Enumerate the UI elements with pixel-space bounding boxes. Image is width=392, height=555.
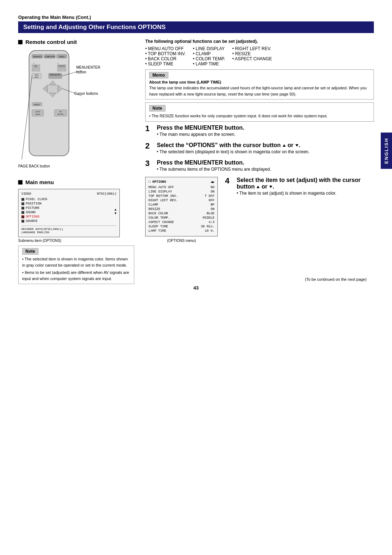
svg-text:COMPUTER: COMPUTER bbox=[45, 56, 55, 58]
step-1-title: Press the MENU/ENTER button. bbox=[157, 125, 374, 131]
step-4: 4 Select the item to set (adjust) with t… bbox=[225, 177, 374, 196]
svg-text:VIDEO: VIDEO bbox=[59, 56, 65, 58]
memo-text: The lamp use time indicates the accumula… bbox=[149, 85, 370, 97]
options-menu-label: (OPTIONS menu) bbox=[167, 239, 196, 243]
svg-text:PAGE: PAGE bbox=[35, 74, 39, 76]
section-title: Setting and Adjusting Other Functions OP… bbox=[18, 21, 374, 33]
svg-text:AV: AV bbox=[60, 111, 61, 113]
step-1: 1 Press the MENU/ENTER button. • The mai… bbox=[145, 125, 374, 137]
svg-rect-15 bbox=[57, 68, 66, 71]
right-note-title: Note bbox=[149, 105, 166, 112]
submenu-label: Submenu item (OPTIONS) bbox=[18, 239, 134, 243]
main-menu-screen: VIDEO NTSC(480i) PIXEL CLOCK POSITION PI… bbox=[18, 189, 120, 237]
svg-text:PRESET: PRESET bbox=[34, 104, 40, 106]
left-note-title: Note bbox=[22, 248, 38, 255]
step-2-title: Select the “OPTIONS” with the cursor but… bbox=[157, 142, 374, 149]
menu-ntsc-label: NTSC(480i) bbox=[97, 192, 117, 196]
left-note-text1: • The selected item is shown in magenta … bbox=[22, 256, 130, 268]
step-1-detail: • The main menu appears on the screen. bbox=[157, 132, 374, 137]
remote-section-title: Remote control unit bbox=[25, 39, 77, 45]
continued-text: (To be continued on the next page) bbox=[305, 277, 367, 281]
optional-functions-title: The following optional functions can be … bbox=[145, 39, 374, 44]
step-4-title: Select the item to set (adjust) with the… bbox=[237, 177, 374, 190]
menu-enter-label: MENU/ENTER button bbox=[76, 65, 98, 74]
main-menu-title: Main menu bbox=[25, 179, 54, 185]
english-tab: ENGLISH bbox=[381, 133, 392, 169]
step-2: 2 Select the “OPTIONS” with the cursor b… bbox=[145, 142, 374, 154]
svg-text:OPERATE: OPERATE bbox=[33, 56, 42, 58]
memo-box: Memo About the lamp use time (LAMP TIME)… bbox=[145, 69, 374, 100]
page-number: 43 bbox=[193, 285, 199, 291]
step-4-detail: • The item to set (adjust) is shown in m… bbox=[237, 191, 374, 196]
page-back-label: PAGE BACK button bbox=[18, 164, 50, 168]
left-note-box: Note • The selected item is shown in mag… bbox=[18, 246, 134, 284]
step-1-number: 1 bbox=[145, 125, 154, 133]
step-4-number: 4 bbox=[225, 177, 234, 185]
svg-text:FOCUS: FOCUS bbox=[58, 65, 65, 67]
step-2-number: 2 bbox=[145, 142, 154, 150]
cursor-label: Cursor buttons bbox=[74, 92, 98, 96]
memo-title: Memo bbox=[149, 72, 168, 78]
svg-text:+: + bbox=[57, 62, 58, 64]
right-note-text: • The RESIZE function works for only com… bbox=[149, 113, 370, 119]
menu-video-label: VIDEO bbox=[21, 192, 31, 196]
step-3-number: 3 bbox=[145, 159, 154, 167]
svg-text:VOL.: VOL. bbox=[34, 65, 38, 67]
step-3-title: Press the MENU/ENTER button. bbox=[157, 159, 374, 166]
left-note-text2: • Items to be set (adjusted) are differe… bbox=[22, 270, 130, 281]
memo-subtitle: About the lamp use time (LAMP TIME) bbox=[149, 80, 370, 84]
black-square-menu bbox=[18, 180, 23, 185]
svg-text:BACK: BACK bbox=[35, 76, 39, 78]
options-menu-screen: □ OPTIONS ◀▶ MENU AUTO OFFNO LINE DISPLA… bbox=[145, 177, 218, 236]
svg-rect-26 bbox=[48, 85, 58, 93]
step-2-detail: • The selected item (displayed in text) … bbox=[157, 149, 374, 154]
svg-text:MENU/ENTER: MENU/ENTER bbox=[50, 74, 61, 76]
optional-functions-table: • MENU AUTO OFF• TOP BOTTOM INV.• BACK C… bbox=[145, 46, 272, 66]
svg-text:ALIGN: ALIGN bbox=[36, 113, 40, 115]
right-note-box: Note • The RESIZE function works for onl… bbox=[145, 102, 374, 122]
svg-text:QUICK: QUICK bbox=[36, 111, 40, 113]
step-3: 3 Press the MENU/ENTER button. • The sub… bbox=[145, 159, 374, 172]
operating-heading: Operating the Main Menu (Cont.) bbox=[18, 15, 374, 20]
step-3-detail: • The submenu items of the OPTIONS menu … bbox=[157, 167, 374, 172]
remote-illustration: OPERATE COMPUTER VIDEO + VOL. - + FOCUS … bbox=[18, 49, 98, 173]
black-square-remote bbox=[18, 40, 23, 44]
svg-text:+: + bbox=[33, 62, 34, 64]
svg-text:MUTING: MUTING bbox=[58, 113, 64, 115]
